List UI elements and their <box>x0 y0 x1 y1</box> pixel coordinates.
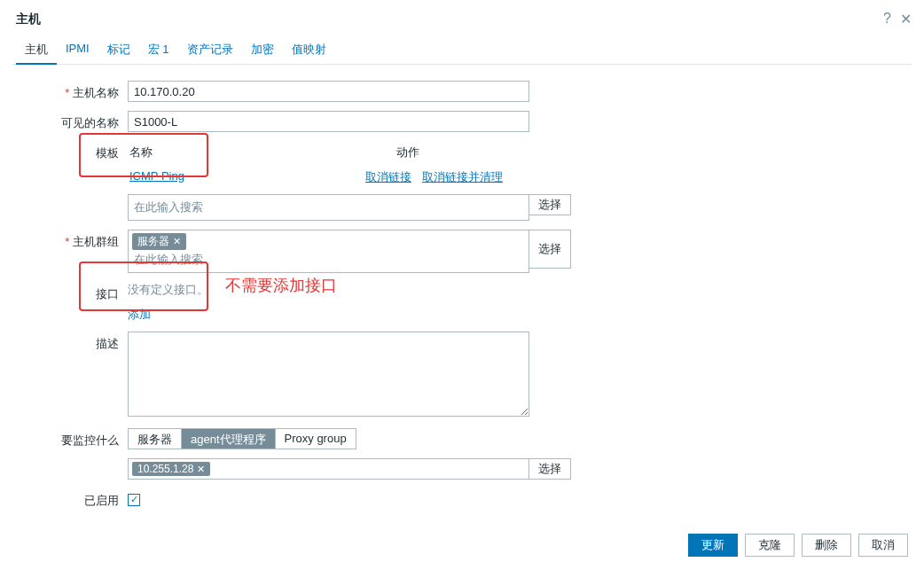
tabs-bar: 主机 IPMI 标记 宏 1 资产记录 加密 值映射 <box>12 36 912 65</box>
visible-name-input[interactable] <box>128 111 529 132</box>
label-templates: 模板 <box>12 141 128 161</box>
template-unlink[interactable]: 取消链接 <box>365 169 411 185</box>
help-icon[interactable]: ? <box>883 11 891 27</box>
tpl-col-action: 动作 <box>396 144 503 160</box>
template-search-box[interactable]: 在此输入搜索 <box>128 194 529 221</box>
tab-valuemap[interactable]: 值映射 <box>283 36 335 64</box>
delete-button[interactable]: 删除 <box>802 534 851 557</box>
tpl-col-name: 名称 <box>129 144 396 160</box>
tab-macros[interactable]: 宏 1 <box>139 36 178 64</box>
template-link[interactable]: ICMP Ping <box>129 169 184 183</box>
hostname-input[interactable] <box>128 81 529 102</box>
label-groups: 主机群组 <box>12 230 128 250</box>
monitor-segmented: 服务器 agent代理程序 Proxy group <box>128 428 356 449</box>
description-textarea[interactable] <box>128 332 529 417</box>
label-proxy-empty <box>12 458 128 463</box>
label-enabled: 已启用 <box>12 488 128 509</box>
template-search-placeholder: 在此输入搜索 <box>132 198 525 217</box>
proxy-tag-label: 10.255.1.28 <box>137 463 193 475</box>
proxy-tag[interactable]: 10.255.1.28 ✕ <box>132 462 210 476</box>
update-button[interactable]: 更新 <box>688 534 738 557</box>
interface-add-link[interactable]: 添加 <box>128 308 151 321</box>
tab-ipmi[interactable]: IPMI <box>57 36 98 64</box>
groups-search-placeholder: 在此输入搜索 <box>132 250 525 269</box>
interface-none-text: 没有定义接口。 <box>128 282 208 298</box>
annotation-text: 不需要添加接口 <box>225 275 337 296</box>
proxy-box[interactable]: 10.255.1.28 ✕ <box>128 458 529 480</box>
monitor-opt-agent[interactable]: agent代理程序 <box>182 429 276 449</box>
tab-inventory[interactable]: 资产记录 <box>178 36 242 64</box>
template-select-button[interactable]: 选择 <box>529 194 571 215</box>
proxy-select-button[interactable]: 选择 <box>529 458 571 480</box>
groups-box[interactable]: 服务器 ✕ 在此输入搜索 <box>128 230 529 273</box>
group-tag[interactable]: 服务器 ✕ <box>132 233 186 250</box>
monitor-opt-server[interactable]: 服务器 <box>129 429 182 449</box>
close-icon[interactable]: ✕ <box>900 11 912 27</box>
label-description: 描述 <box>12 332 128 352</box>
tab-host[interactable]: 主机 <box>16 36 57 65</box>
tab-encryption[interactable]: 加密 <box>242 36 283 64</box>
cancel-button[interactable]: 取消 <box>858 534 908 557</box>
dialog-title: 主机 <box>16 12 41 27</box>
enabled-checkbox[interactable]: ✓ <box>128 494 140 506</box>
template-unlink-clear[interactable]: 取消链接并清理 <box>422 169 503 185</box>
group-tag-remove-icon[interactable]: ✕ <box>173 236 181 247</box>
groups-select-button[interactable]: 选择 <box>529 230 571 269</box>
label-interface: 接口 <box>12 282 128 302</box>
group-tag-label: 服务器 <box>137 234 169 249</box>
label-monitor: 要监控什么 <box>12 428 128 449</box>
label-hostname: 主机名称 <box>12 81 128 101</box>
tab-tags[interactable]: 标记 <box>98 36 139 64</box>
label-visible: 可见的名称 <box>12 111 128 131</box>
clone-button[interactable]: 克隆 <box>745 534 795 557</box>
monitor-opt-proxygroup[interactable]: Proxy group <box>276 429 356 449</box>
proxy-tag-remove-icon[interactable]: ✕ <box>197 464 205 475</box>
